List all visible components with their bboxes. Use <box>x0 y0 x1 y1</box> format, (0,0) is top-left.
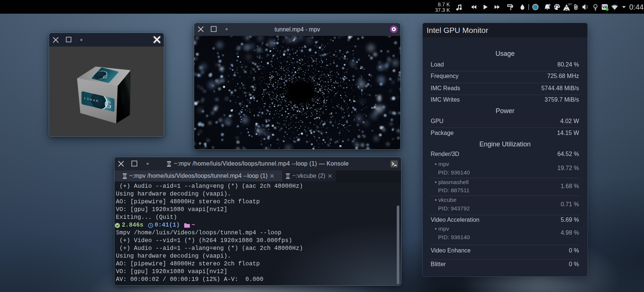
svg-text:G: G <box>104 98 112 111</box>
svg-text:197: 197 <box>568 3 572 6</box>
svg-text:G: G <box>128 84 130 98</box>
svg-text:8.7 K: 8.7 K <box>438 1 450 7</box>
svg-text:0:44: 0:44 <box>629 3 644 11</box>
svg-text:37.3 K: 37.3 K <box>435 7 450 13</box>
